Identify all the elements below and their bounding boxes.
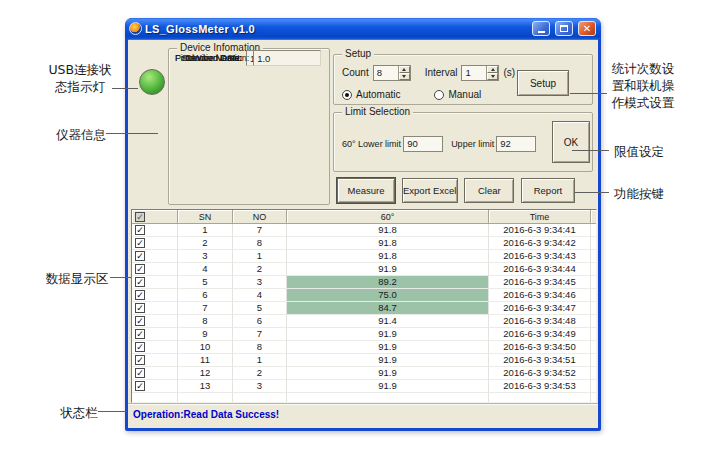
close-button[interactable]: ✕ (578, 21, 596, 36)
header-sn[interactable]: SN (178, 210, 233, 224)
leader-line-function-keys (575, 192, 609, 193)
table-row[interactable]: ✓ 6 4 75.0 2016-6-3 9:34:46 (132, 289, 596, 302)
row-checkbox[interactable]: ✓ (135, 264, 145, 274)
status-message: Operation:Read Data Success! (133, 409, 279, 420)
cell-angle-value: 91.9 (287, 367, 489, 380)
setup-group: Setup Count 8 Interval 1 (333, 54, 593, 105)
table-row[interactable]: ✓ 13 3 91.9 2016-6-3 9:34:53 (132, 380, 596, 393)
header-angle[interactable]: 60° (287, 210, 489, 224)
cell-time: 2016-6-3 9:34:42 (489, 237, 591, 250)
row-checkbox[interactable]: ✓ (135, 303, 145, 313)
table-header: ✓ SN NO 60° Time (132, 210, 596, 224)
arrow-up-icon (402, 68, 406, 71)
interval-down-button[interactable] (487, 73, 498, 80)
cell-angle-value: 91.9 (287, 341, 489, 354)
interval-value[interactable]: 1 (462, 66, 486, 80)
cell-time: 2016-6-3 9:34:47 (489, 302, 591, 315)
row-checkbox-cell: ✓ (132, 276, 178, 289)
row-checkbox-cell: ✓ (132, 224, 178, 237)
clear-button[interactable]: Clear (464, 178, 514, 203)
cell-sn: 6 (178, 289, 233, 302)
row-checkbox-cell: ✓ (132, 250, 178, 263)
table-row[interactable]: ✓ 1 7 91.8 2016-6-3 9:34:41 (132, 224, 596, 237)
table-row[interactable]: ✓ 7 5 84.7 2016-6-3 9:34:47 (132, 302, 596, 315)
count-value[interactable]: 8 (374, 66, 398, 80)
cell-sn: 12 (178, 367, 233, 380)
upper-limit-input[interactable]: 92 (496, 136, 536, 152)
table-row[interactable]: ✓ 2 8 91.8 2016-6-3 9:34:42 (132, 237, 596, 250)
cell-angle-value: 91.9 (287, 354, 489, 367)
table-row[interactable]: ✓ 9 7 91.9 2016-6-3 9:34:49 (132, 328, 596, 341)
maximize-button[interactable] (555, 21, 573, 36)
row-checkbox[interactable]: ✓ (135, 238, 145, 248)
table-row[interactable]: ✓ 10 8 91.9 2016-6-3 9:34:50 (132, 341, 596, 354)
measure-button[interactable]: Measure (337, 178, 395, 203)
client-area: Device Infomation Device Name: LS192 Pro… (128, 39, 598, 428)
table-row[interactable]: ✓ 11 1 91.9 2016-6-3 9:34:51 (132, 354, 596, 367)
export-excel-button[interactable]: Export Excel (402, 178, 458, 203)
header-no[interactable]: NO (233, 210, 287, 224)
ok-button[interactable]: OK (552, 121, 590, 163)
cell-filler (591, 289, 596, 302)
table-row[interactable]: ✓ 4 2 91.9 2016-6-3 9:34:44 (132, 263, 596, 276)
lower-limit-input[interactable]: 90 (403, 136, 443, 152)
upper-limit-label: Upper limit (451, 139, 494, 149)
cell-angle-value: 91.9 (287, 380, 489, 393)
row-checkbox[interactable]: ✓ (135, 368, 145, 378)
table-row[interactable]: ✓ 12 2 91.9 2016-6-3 9:34:52 (132, 367, 596, 380)
table-row[interactable]: ✓ 8 6 91.4 2016-6-3 9:34:48 (132, 315, 596, 328)
select-all-checkbox[interactable]: ✓ (135, 212, 145, 222)
row-checkbox[interactable]: ✓ (135, 355, 145, 365)
row-checkbox[interactable]: ✓ (135, 381, 145, 391)
setup-row-count: Count 8 Interval 1 (342, 64, 515, 81)
minimize-button[interactable] (532, 21, 550, 36)
cell-no: 6 (233, 315, 287, 328)
annotation-usb-led: USB连接状态指示灯 (44, 61, 116, 95)
row-checkbox[interactable]: ✓ (135, 329, 145, 339)
cell-no: 1 (233, 250, 287, 263)
cell-time: 2016-6-3 9:34:49 (489, 328, 591, 341)
cell-filler (591, 315, 596, 328)
automatic-radio[interactable] (342, 90, 352, 100)
title-bar[interactable]: LS_GlossMeter v1.0 ✕ (125, 18, 601, 39)
cell-no: 3 (233, 276, 287, 289)
interval-label: Interval (425, 67, 458, 78)
row-checkbox-cell: ✓ (132, 263, 178, 276)
row-checkbox[interactable]: ✓ (135, 277, 145, 287)
device-field-label: FirmWare Version: (175, 53, 253, 63)
cell-sn: 5 (178, 276, 233, 289)
cell-sn: 7 (178, 302, 233, 315)
select-all-header-cell[interactable]: ✓ (132, 210, 178, 224)
count-up-button[interactable] (399, 66, 410, 73)
table-row[interactable]: ✓ 3 1 91.8 2016-6-3 9:34:43 (132, 250, 596, 263)
cell-time (489, 393, 591, 403)
header-time[interactable]: Time (489, 210, 591, 224)
interval-up-button[interactable] (487, 66, 498, 73)
device-field-value: 1.0 (253, 50, 321, 66)
leader-line-limit (572, 150, 609, 151)
report-button[interactable]: Report (521, 178, 575, 203)
cell-time: 2016-6-3 9:34:41 (489, 224, 591, 237)
annotation-status-bar: 状态栏 (58, 404, 100, 421)
table-row[interactable] (132, 393, 596, 403)
cell-time: 2016-6-3 9:34:52 (489, 367, 591, 380)
interval-stepper[interactable]: 1 (461, 65, 499, 81)
table-row[interactable]: ✓ 5 3 89.2 2016-6-3 9:34:45 (132, 276, 596, 289)
cell-angle-value: 89.2 (287, 276, 489, 289)
row-checkbox[interactable]: ✓ (135, 225, 145, 235)
cell-angle-value (287, 393, 489, 403)
manual-radio[interactable] (434, 90, 444, 100)
row-checkbox[interactable]: ✓ (135, 290, 145, 300)
lower-limit-label: 60° Lower limit (342, 139, 401, 149)
cell-no: 7 (233, 224, 287, 237)
row-checkbox[interactable]: ✓ (135, 342, 145, 352)
cell-angle-value: 91.8 (287, 237, 489, 250)
device-info-group: Device Infomation Device Name: LS192 Pro… (168, 48, 330, 205)
interval-stepper-buttons (486, 66, 498, 80)
count-down-button[interactable] (399, 73, 410, 80)
row-checkbox[interactable]: ✓ (135, 251, 145, 261)
setup-button[interactable]: Setup (517, 70, 569, 96)
arrow-down-icon (491, 75, 495, 78)
row-checkbox[interactable]: ✓ (135, 316, 145, 326)
count-stepper[interactable]: 8 (373, 65, 411, 81)
